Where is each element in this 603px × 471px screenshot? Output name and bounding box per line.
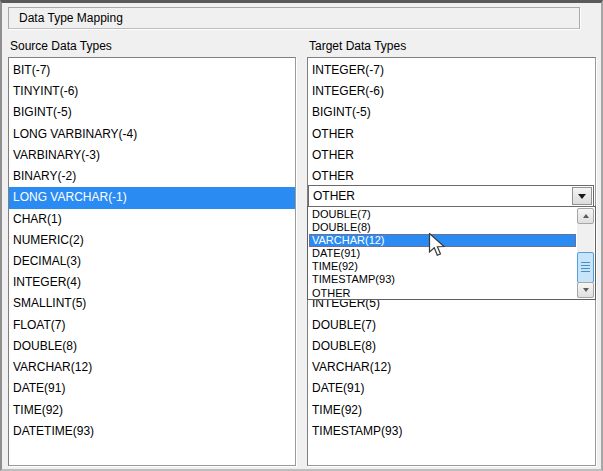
dialog-header: Data Type Mapping xyxy=(8,7,580,29)
list-item[interactable]: DECIMAL(3) xyxy=(9,251,295,272)
list-item[interactable]: BINARY(-2) xyxy=(9,166,295,187)
dialog-title: Data Type Mapping xyxy=(19,11,123,25)
combobox-dropdown-button[interactable] xyxy=(572,187,592,205)
combobox-dropdown-list[interactable]: DOUBLE(7) DOUBLE(8) VARCHAR(12) DATE(91)… xyxy=(307,206,596,300)
combobox-value: OTHER xyxy=(313,189,355,203)
source-data-types-list[interactable]: BIT(-7) TINYINT(-6) BIGINT(-5) LONG VARB… xyxy=(8,57,296,466)
list-item[interactable]: TIME(92) xyxy=(9,400,295,421)
list-item[interactable]: NUMERIC(2) xyxy=(9,230,295,251)
list-item[interactable]: OTHER xyxy=(308,124,595,145)
mouse-cursor xyxy=(428,233,446,259)
list-item-selected[interactable]: LONG VARCHAR(-1) xyxy=(9,187,295,208)
target-list-label: Target Data Types xyxy=(309,39,406,54)
list-item[interactable]: BIT(-7) xyxy=(9,60,295,81)
list-item[interactable]: VARCHAR(12) xyxy=(308,357,595,378)
list-item[interactable]: TIMESTAMP(93) xyxy=(308,421,595,442)
dropdown-option[interactable]: TIMESTAMP(93) xyxy=(309,273,576,286)
list-item[interactable]: DOUBLE(7) xyxy=(308,315,595,336)
list-item[interactable]: VARBINARY(-3) xyxy=(9,145,295,166)
list-item[interactable]: OTHER xyxy=(308,145,595,166)
list-item[interactable]: LONG VARBINARY(-4) xyxy=(9,124,295,145)
list-item[interactable]: FLOAT(7) xyxy=(9,315,295,336)
list-item[interactable]: INTEGER(-7) xyxy=(308,60,595,81)
scroll-down-button[interactable] xyxy=(577,282,594,298)
list-item[interactable]: CHAR(1) xyxy=(9,209,295,230)
list-item[interactable]: DATETIME(93) xyxy=(9,421,295,442)
arrow-up-icon xyxy=(583,214,589,218)
thumb-grip-icon xyxy=(581,262,590,273)
scrollbar-track[interactable] xyxy=(577,208,594,298)
dropdown-option[interactable]: TIME(92) xyxy=(309,260,576,273)
dropdown-option[interactable]: DOUBLE(7) xyxy=(309,208,576,221)
list-item[interactable]: VARCHAR(12) xyxy=(9,357,295,378)
list-item[interactable]: INTEGER(4) xyxy=(9,272,295,293)
list-item[interactable]: TIME(92) xyxy=(308,400,595,421)
list-item[interactable]: INTEGER(-6) xyxy=(308,81,595,102)
dropdown-option[interactable]: OTHER xyxy=(309,287,576,300)
list-item[interactable]: DOUBLE(8) xyxy=(308,336,595,357)
target-type-combobox[interactable]: OTHER xyxy=(308,185,594,207)
arrow-down-icon xyxy=(583,288,589,292)
list-item[interactable]: DATE(91) xyxy=(9,378,295,399)
list-item[interactable]: DOUBLE(8) xyxy=(9,336,295,357)
list-item[interactable]: BIGINT(-5) xyxy=(9,102,295,123)
list-item[interactable]: DATE(91) xyxy=(308,378,595,399)
scrollbar-thumb[interactable] xyxy=(577,252,594,283)
list-item[interactable]: SMALLINT(5) xyxy=(9,293,295,314)
list-item[interactable]: TINYINT(-6) xyxy=(9,81,295,102)
list-item[interactable]: BIGINT(-5) xyxy=(308,102,595,123)
chevron-down-icon xyxy=(578,194,586,199)
data-type-mapping-dialog: Data Type Mapping Source Data Types Targ… xyxy=(0,0,603,471)
scroll-up-button[interactable] xyxy=(577,208,594,224)
source-list-label: Source Data Types xyxy=(10,39,112,54)
